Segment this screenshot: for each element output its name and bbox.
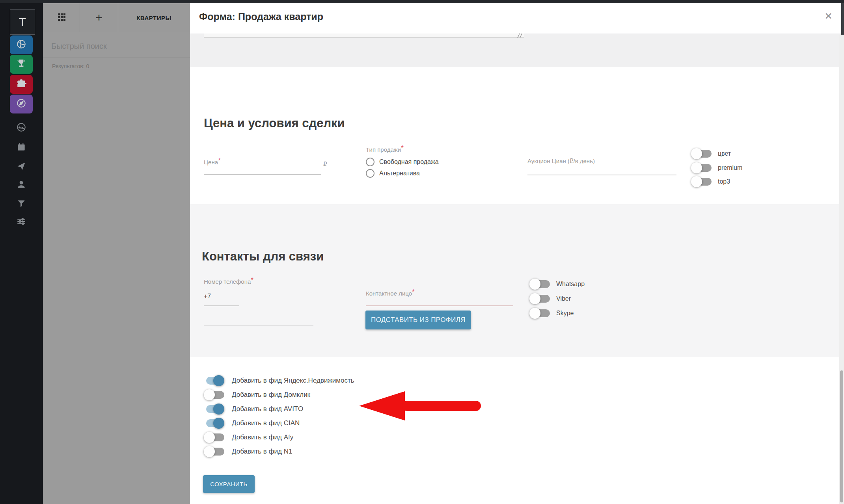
toggle-feed-afy[interactable]: Добавить в фид Afy [204,432,293,443]
toggle-viber[interactable]: Viber [529,293,571,304]
toggle-knob [213,418,224,429]
sidebar-item-filter[interactable] [10,195,33,213]
toggle-skype[interactable]: Skype [529,308,574,319]
toggle-color[interactable]: цвет [691,148,731,159]
price-section-heading: Цена и условия сделки [204,116,345,130]
toggle-knob [204,389,215,400]
briefcase-icon [16,78,26,90]
sidebar-item-globe[interactable] [10,35,33,54]
toggle-knob [691,176,702,187]
toggle-knob [529,308,540,319]
radio-alternative[interactable]: Альтернатива [366,169,420,178]
modal-header: Форма: Продажа квартир × [190,3,844,33]
toggle-knob [204,446,215,457]
toggle-knob [213,404,224,415]
sidebar-item-settings[interactable] [10,213,33,231]
price-input[interactable] [204,174,321,175]
contacts-section: Контакты для связи Номер телефона* +7 Ко… [190,204,844,357]
description-textarea[interactable] [204,33,524,38]
save-button[interactable]: СОХРАНИТЬ [203,475,255,493]
sliders-icon [16,216,26,228]
required-mark: * [251,276,253,284]
toggle-top3[interactable]: top3 [691,176,730,187]
description-textarea-strip [190,33,844,67]
toggle-knob [691,148,702,159]
sidebar-item-calendar[interactable] [10,139,33,157]
radio-free-sale[interactable]: Свободная продажа [366,158,439,166]
scrollbar-thumb[interactable] [840,370,843,502]
person-icon [16,179,26,191]
toggle-knob [529,279,540,290]
contact-person-label: Контактное лицо* [366,288,415,297]
feeds-section: Добавить в фид Яндекс.Недвижимость Добав… [190,357,844,504]
phone-input[interactable]: +7 [204,293,211,300]
sidebar-item-photos[interactable] [10,119,33,137]
calendar-icon [16,142,26,154]
sidebar: T [0,3,43,504]
phone-label: Номер телефона* [204,276,253,285]
modal-title: Форма: Продажа квартир [199,11,323,22]
toggle-feed-domclick[interactable]: Добавить в фид Домклик [204,389,310,400]
toggle-feed-cian[interactable]: Добавить в фид CIAN [204,418,300,429]
contact-person-input[interactable] [366,305,513,306]
contacts-section-heading: Контакты для связи [202,249,324,264]
toggle-knob [204,432,215,443]
sidebar-item-compass[interactable] [10,95,33,113]
price-section: Цена и условия сделки Цена* ₽ Тип продаж… [190,67,844,204]
globe-icon [16,39,26,51]
quick-search-panel: Быстрый поиск Результатов: 0 [43,32,190,504]
red-arrow-annotation [357,390,487,422]
toggle-feed-avito[interactable]: Добавить в фид AVITO [204,404,303,415]
tab-bar: + КВАРТИРЫ [43,3,190,32]
required-mark: * [412,288,415,296]
modal-scrollbar[interactable] [839,35,844,504]
radio-icon [366,158,374,166]
sidebar-item-trophy[interactable] [10,55,33,74]
panel-divider [43,58,190,58]
auction-label: Аукцион Циан (₽/в день) [527,158,595,165]
currency-symbol: ₽ [323,161,327,168]
toggle-knob [529,293,540,304]
toggle-feed-yandex[interactable]: Добавить в фид Яндекс.Недвижимость [204,375,354,386]
toggle-knob [691,162,702,173]
toggle-feed-n1[interactable]: Добавить в фид N1 [204,446,292,457]
toggle-premium[interactable]: premium [691,162,742,173]
app-logo[interactable]: T [10,9,35,35]
sale-type-label: Тип продажи* [366,144,404,153]
results-count: Результатов: 0 [52,63,89,69]
required-mark: * [218,157,221,164]
radio-icon [366,169,374,178]
required-mark: * [401,144,404,152]
toggle-knob [213,375,224,386]
send-icon [16,161,26,173]
grid-icon [57,12,66,23]
scrollbar-top [841,3,844,35]
window-top-bar [0,0,844,3]
close-icon[interactable]: × [825,9,832,22]
form-modal: Форма: Продажа квартир × Цена и условия … [190,3,844,504]
sidebar-item-contacts[interactable] [10,176,33,194]
phone-input-2[interactable] [204,325,313,325]
sidebar-item-navigate[interactable] [10,158,33,176]
new-tab-button[interactable]: + [80,3,118,32]
trophy-icon [16,58,26,70]
filter-icon [16,198,26,210]
auction-input[interactable] [527,175,676,175]
apps-menu-button[interactable] [43,3,80,32]
price-label: Цена* [204,157,221,166]
tab-apartments[interactable]: КВАРТИРЫ [118,3,190,32]
phone-input-underline [204,305,239,306]
resize-grip-icon[interactable] [515,33,522,38]
sidebar-item-briefcase[interactable] [10,75,33,94]
compass-icon [16,98,26,110]
quick-search-input[interactable]: Быстрый поиск [51,42,107,51]
fill-from-profile-button[interactable]: ПОДСТАВИТЬ ИЗ ПРОФИЛЯ [365,311,471,329]
toggle-whatsapp[interactable]: Whatsapp [529,279,585,290]
photo-icon [16,122,26,134]
